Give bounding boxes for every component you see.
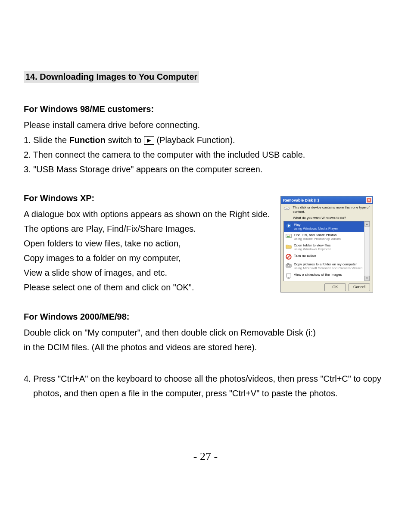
step-1-prefix: 1. Slide the	[24, 135, 69, 145]
step-3: 3. "USB Mass Storage drive" appears on t…	[24, 162, 387, 176]
option-title: Copy pictures to a folder on my computer	[294, 262, 357, 266]
svg-point-7	[289, 235, 290, 236]
dialog-title: Removable Disk (I:)	[283, 198, 319, 202]
step-4-line1: 4. Press "Ctrl+A" on the keyboard to cho…	[24, 372, 387, 386]
svg-point-2	[286, 208, 287, 208]
option-title: Take no action	[294, 254, 316, 258]
playback-icon: ►	[144, 136, 154, 145]
close-icon: ×	[368, 198, 370, 202]
step-1: 1. Slide the Function switch to ► (Playb…	[24, 133, 387, 147]
options-list[interactable]: Playusing Windows Media Player Find, Fix…	[283, 221, 370, 281]
autoplay-dialog: Removable Disk (I:) × This disk or devic…	[280, 196, 373, 292]
close-button[interactable]: ×	[366, 197, 372, 203]
w2000-line: Double click on "My computer", and then …	[24, 326, 387, 339]
option-sub: using Microsoft Scanner and Camera Wizar…	[294, 266, 362, 270]
option-title: Play	[294, 223, 301, 227]
scrollbar[interactable]: ▴ ▾	[364, 221, 370, 281]
option-take-no-action[interactable]: Take no action	[284, 252, 370, 261]
option-slideshow[interactable]: View a slideshow of the images	[284, 271, 370, 280]
camera-icon	[286, 262, 292, 268]
option-open-folder[interactable]: Open folder to view filesusing Windows E…	[284, 242, 370, 252]
option-title: View a slideshow of the images	[294, 273, 342, 277]
subhead-win98me: For Windows 98/ME customers:	[24, 104, 387, 114]
option-copy-pictures[interactable]: Copy pictures to a folder on my computer…	[284, 261, 370, 271]
no-action-icon	[286, 254, 292, 260]
dialog-titlebar[interactable]: Removable Disk (I:) ×	[281, 196, 373, 204]
cancel-button[interactable]: Cancel	[349, 283, 370, 291]
svg-point-11	[288, 265, 290, 267]
intro-win98me: Please install camera drive before conne…	[24, 118, 387, 131]
subhead-2000: For Windows 2000/ME/98:	[24, 312, 387, 322]
slideshow-icon	[286, 273, 292, 279]
svg-rect-13	[286, 274, 291, 277]
ok-button[interactable]: OK	[324, 283, 346, 291]
option-play[interactable]: Playusing Windows Media Player	[284, 221, 370, 232]
option-title: Find, Fix, and Share Photos	[294, 233, 336, 237]
option-sub: using Windows Media Player	[294, 227, 338, 230]
svg-line-9	[287, 255, 290, 258]
page-number: - 27 -	[0, 450, 411, 463]
step-2: 2. Then connect the camera to the comput…	[24, 148, 387, 162]
disk-icon	[283, 206, 290, 212]
option-sub: using Adobe Photoshop Album	[294, 237, 341, 241]
option-find-fix-share[interactable]: Find, Fix, and Share Photosusing Adobe P…	[284, 232, 370, 242]
step-1-mid: switch to	[106, 135, 144, 145]
dialog-prompt: What do you want Windows to do?	[281, 215, 373, 221]
scroll-down-icon[interactable]: ▾	[364, 276, 370, 281]
section-heading: 14. Downloading Images to You Computer	[24, 71, 199, 83]
step-1-bold: Function	[69, 135, 106, 145]
option-sub: using Windows Explorer	[294, 247, 331, 251]
option-title: Open folder to view files	[294, 243, 330, 247]
step-4-line2: photos, and then open a file in the comp…	[24, 386, 387, 400]
play-circle-icon	[286, 223, 292, 229]
photo-icon	[286, 233, 292, 239]
scroll-up-icon[interactable]: ▴	[364, 221, 370, 227]
svg-rect-12	[287, 264, 289, 264]
w2000-line: in the DCIM files. (All the photos and v…	[24, 341, 387, 354]
step-1-suffix: (Playback Function).	[154, 135, 235, 145]
folder-icon	[286, 243, 292, 249]
dialog-message: This disk or device contains more than o…	[293, 205, 370, 214]
